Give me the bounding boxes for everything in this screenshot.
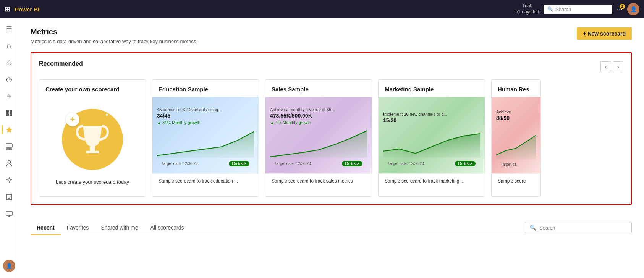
svg-rect-3 [10, 113, 12, 116]
sidebar-item-recents[interactable]: ◷ [2, 72, 17, 87]
main-content: Metrics Metrics is a data-driven and col… [18, 18, 644, 278]
svg-rect-10 [90, 147, 95, 151]
svg-rect-0 [6, 110, 9, 113]
sidebar-item-workspace[interactable] [2, 139, 17, 154]
education-target-date: Target date: 12/30/23 [162, 162, 198, 166]
sidebar-item-deploy[interactable] [2, 173, 17, 188]
svg-rect-9 [6, 211, 12, 215]
sidebar-item-favorites[interactable]: ☆ [2, 55, 17, 70]
page-subtitle: Metrics is a data-driven and collaborati… [31, 39, 197, 44]
marketing-visual: Implement 20 new channels to d... 15/20 [379, 97, 485, 173]
trophy-circle: + ✦ ✦ [62, 109, 123, 170]
sparkles-icon: ✦ ✦ [105, 112, 115, 118]
app-logo: Power BI [15, 6, 39, 13]
carousel-nav: ‹ › [600, 61, 623, 72]
sales-status-badge: On track [342, 161, 362, 166]
global-search[interactable]: 🔍 Search [544, 5, 612, 14]
sales-target-date: Target date: 12/30/23 [275, 162, 311, 166]
bottom-search-box[interactable]: 🔍 [525, 222, 632, 233]
sidebar-item-metrics[interactable] [2, 122, 17, 137]
education-metric-value: 34/45 [157, 113, 254, 119]
education-card-title: Education Sample [159, 86, 252, 92]
svg-rect-11 [86, 151, 99, 153]
marketing-status-badge: On track [455, 161, 476, 166]
sales-card-desc: Sample scorecard to track sales metrics [265, 173, 372, 188]
sidebar-item-menu[interactable]: ☰ [2, 21, 17, 37]
recommended-header: Recommended ‹ › [39, 60, 623, 73]
education-metric-growth: ▲ 31% Monthly growth [157, 120, 254, 125]
notifications-button[interactable]: ··· 2 [617, 5, 623, 13]
prev-arrow-button[interactable]: ‹ [600, 61, 611, 72]
marketing-metric-value: 15/20 [383, 117, 480, 123]
human-mini-chart [496, 129, 536, 159]
sales-visual: Achieve a monthly revenue of $5... 478.5… [265, 97, 372, 173]
create-scorecard-card[interactable]: Create your own scorecard + ✦ ✦ [39, 79, 146, 197]
human-target-date: Target da [501, 162, 517, 166]
sales-metric-value: 478.55K/500.00K [270, 113, 367, 119]
tab-shared-with-me[interactable]: Shared with me [95, 221, 144, 235]
create-card-desc: Let's create your scorecard today [56, 179, 129, 185]
sidebar-item-create[interactable]: + [2, 89, 17, 104]
grid-icon[interactable]: ⊞ [5, 5, 10, 13]
sales-metric-growth: ▲ 4% Monthly growth [270, 120, 367, 125]
marketing-card-footer: Target date: 12/30/23 On track [383, 158, 480, 170]
sales-metric-title: Achieve a monthly revenue of $5... [270, 107, 367, 112]
education-mini-chart [157, 127, 254, 158]
user-avatar[interactable]: 👤 [627, 3, 639, 15]
education-status-badge: On track [229, 161, 249, 166]
marketing-card-title: Marketing Sample [385, 86, 479, 92]
recommended-section: Recommended ‹ › Create your own scorecar… [31, 52, 632, 205]
education-card-desc: Sample scorecard to track education ... [152, 173, 259, 188]
tab-recent[interactable]: Recent [31, 221, 61, 235]
human-metric-value: 88/90 [496, 115, 536, 121]
sales-mini-chart [270, 127, 367, 158]
sidebar-item-apps[interactable] [2, 105, 17, 121]
sales-card-footer: Target date: 12/30/23 On track [270, 158, 367, 170]
trophy-icon [75, 122, 110, 157]
marketing-card-desc: Sample scorecard to track marketing ... [379, 173, 485, 188]
trial-info: Trial: 51 days left [516, 3, 539, 15]
tabs-row: Recent Favorites Shared with me All scor… [31, 220, 632, 235]
page-header: Metrics Metrics is a data-driven and col… [31, 27, 632, 44]
sales-card-title: Sales Sample [272, 86, 366, 92]
human-res-card-title: Human Res [498, 86, 534, 92]
new-scorecard-button[interactable]: + New scorecard [577, 27, 632, 40]
tab-favorites[interactable]: Favorites [61, 221, 95, 235]
human-res-sample-card[interactable]: Human Res Achieve 88/90 [491, 79, 541, 197]
page-info: Metrics Metrics is a data-driven and col… [31, 27, 197, 44]
human-res-visual: Achieve 88/90 Target da [492, 97, 540, 173]
human-card-desc: Sample score [492, 173, 540, 188]
education-metric-title: 45 percent of K-12 schools using... [157, 107, 254, 112]
svg-rect-1 [10, 110, 12, 113]
marketing-sample-card[interactable]: Marketing Sample Implement 20 new channe… [378, 79, 485, 197]
human-card-footer: Target da [496, 159, 536, 170]
notification-badge: 2 [620, 4, 625, 9]
sales-sample-card[interactable]: Sales Sample Achieve a monthly revenue o… [265, 79, 372, 197]
marketing-metric-title: Implement 20 new channels to d... [383, 112, 480, 116]
sidebar-user-avatar[interactable]: 👤 [3, 260, 15, 272]
cards-container: Create your own scorecard + ✦ ✦ [39, 79, 623, 197]
education-sample-card[interactable]: Education Sample 45 percent of K-12 scho… [152, 79, 259, 197]
create-card-title: Create your own scorecard [45, 86, 139, 92]
tabs-list: Recent Favorites Shared with me All scor… [31, 220, 190, 235]
sidebar-item-people[interactable] [2, 156, 17, 171]
recommended-title: Recommended [39, 60, 83, 67]
svg-rect-5 [7, 148, 11, 150]
sidebar-item-screen[interactable] [2, 206, 17, 221]
svg-rect-2 [6, 113, 9, 116]
sidebar-item-learn[interactable] [2, 189, 17, 205]
topnav: ⊞ Power BI Trial: 51 days left 🔍 Search … [0, 0, 644, 18]
education-visual: 45 percent of K-12 schools using... 34/4… [152, 97, 259, 173]
sidebar-item-home[interactable]: ⌂ [2, 38, 17, 53]
svg-point-6 [8, 161, 10, 163]
education-card-footer: Target date: 12/30/23 On track [157, 158, 254, 170]
next-arrow-button[interactable]: › [613, 61, 623, 72]
sidebar: ☰ ⌂ ☆ ◷ + 👤 [0, 18, 18, 278]
bottom-search-input[interactable] [539, 225, 627, 231]
search-icon: 🔍 [547, 6, 553, 12]
page-title: Metrics [31, 27, 197, 36]
bottom-section: Recent Favorites Shared with me All scor… [31, 214, 632, 235]
tab-all-scorecards[interactable]: All scorecards [144, 221, 190, 235]
marketing-mini-chart [383, 127, 480, 158]
svg-point-7 [8, 179, 10, 181]
